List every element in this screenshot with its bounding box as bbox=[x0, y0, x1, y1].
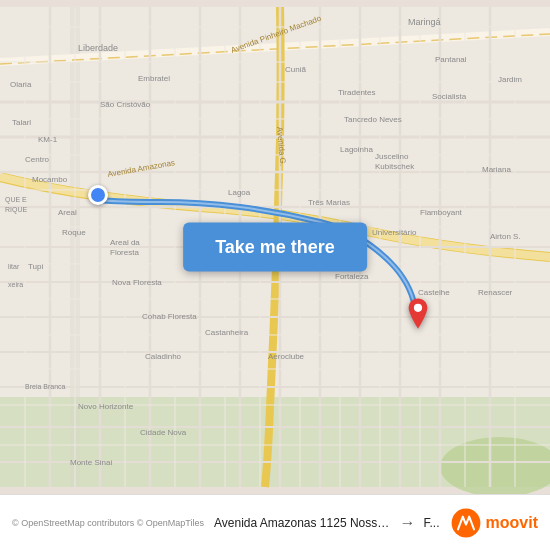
to-address: F... bbox=[424, 516, 440, 530]
svg-text:Caladinho: Caladinho bbox=[145, 352, 182, 361]
svg-text:QUE E: QUE E bbox=[5, 196, 27, 204]
app-container: Liberdade Embratel Olaria São Cristóvão … bbox=[0, 0, 550, 550]
svg-text:Jardim: Jardim bbox=[498, 75, 522, 84]
svg-text:São Cristóvão: São Cristóvão bbox=[100, 100, 151, 109]
svg-text:Lagoinha: Lagoinha bbox=[340, 145, 373, 154]
svg-text:Tupi: Tupi bbox=[28, 262, 43, 271]
origin-marker bbox=[88, 185, 108, 205]
svg-text:Olaria: Olaria bbox=[10, 80, 32, 89]
svg-text:xeira: xeira bbox=[8, 281, 23, 288]
svg-text:Aeroclube: Aeroclube bbox=[268, 352, 305, 361]
moovit-brand-text: moovit bbox=[486, 514, 538, 532]
map-attribution: © OpenStreetMap contributors © OpenMapTi… bbox=[12, 518, 204, 528]
svg-text:Breia Branca: Breia Branca bbox=[25, 383, 66, 390]
svg-text:Castanheira: Castanheira bbox=[205, 328, 249, 337]
svg-text:Juscelino: Juscelino bbox=[375, 152, 409, 161]
arrow-icon: → bbox=[400, 514, 416, 532]
svg-text:Centro: Centro bbox=[25, 155, 50, 164]
svg-text:Lagoa: Lagoa bbox=[228, 188, 251, 197]
svg-text:Airton S.: Airton S. bbox=[490, 232, 521, 241]
take-me-there-button[interactable]: Take me there bbox=[183, 223, 367, 272]
svg-text:Cohab Floresta: Cohab Floresta bbox=[142, 312, 197, 321]
svg-text:Mariana: Mariana bbox=[482, 165, 511, 174]
svg-text:Areal da: Areal da bbox=[110, 238, 140, 247]
moovit-logo: moovit bbox=[450, 507, 538, 539]
svg-text:Floresta: Floresta bbox=[110, 248, 139, 257]
svg-text:Socialista: Socialista bbox=[432, 92, 467, 101]
svg-text:Fortaleza: Fortaleza bbox=[335, 272, 369, 281]
svg-text:RIQUE: RIQUE bbox=[5, 206, 28, 214]
svg-text:Liberdade: Liberdade bbox=[78, 43, 118, 53]
svg-text:Embratel: Embratel bbox=[138, 74, 170, 83]
svg-text:Novo Horizonte: Novo Horizonte bbox=[78, 402, 134, 411]
svg-point-101 bbox=[414, 304, 422, 312]
moovit-logo-icon bbox=[450, 507, 482, 539]
from-address: Avenida Amazonas 1125 Nossa Senhora Das … bbox=[214, 516, 392, 530]
svg-text:KM-1: KM-1 bbox=[38, 135, 58, 144]
svg-text:Cidade Nova: Cidade Nova bbox=[140, 428, 187, 437]
svg-text:Monte Sinai: Monte Sinai bbox=[70, 458, 112, 467]
svg-text:Tiradentes: Tiradentes bbox=[338, 88, 376, 97]
svg-text:Mocambo: Mocambo bbox=[32, 175, 68, 184]
svg-text:Roque: Roque bbox=[62, 228, 86, 237]
svg-text:Flamboyant: Flamboyant bbox=[420, 208, 463, 217]
svg-text:Universitário: Universitário bbox=[372, 228, 417, 237]
destination-marker bbox=[404, 298, 432, 338]
svg-text:Três Marias: Três Marias bbox=[308, 198, 350, 207]
svg-text:Nova Floresta: Nova Floresta bbox=[112, 278, 162, 287]
svg-text:Cuniã: Cuniã bbox=[285, 65, 306, 74]
svg-text:litar: litar bbox=[8, 263, 20, 270]
svg-text:Pantanal: Pantanal bbox=[435, 55, 467, 64]
svg-text:Maringá: Maringá bbox=[408, 17, 441, 27]
bottom-bar: © OpenStreetMap contributors © OpenMapTi… bbox=[0, 494, 550, 550]
svg-text:Tancredo Neves: Tancredo Neves bbox=[344, 115, 402, 124]
svg-text:Castelhe: Castelhe bbox=[418, 288, 450, 297]
svg-text:Talarl: Talarl bbox=[12, 118, 31, 127]
svg-text:Renascer: Renascer bbox=[478, 288, 513, 297]
route-info: Avenida Amazonas 1125 Nossa Senhora Das … bbox=[214, 514, 440, 532]
svg-text:Areal: Areal bbox=[58, 208, 77, 217]
svg-text:Kubitschek: Kubitschek bbox=[375, 162, 415, 171]
map-area: Liberdade Embratel Olaria São Cristóvão … bbox=[0, 0, 550, 494]
